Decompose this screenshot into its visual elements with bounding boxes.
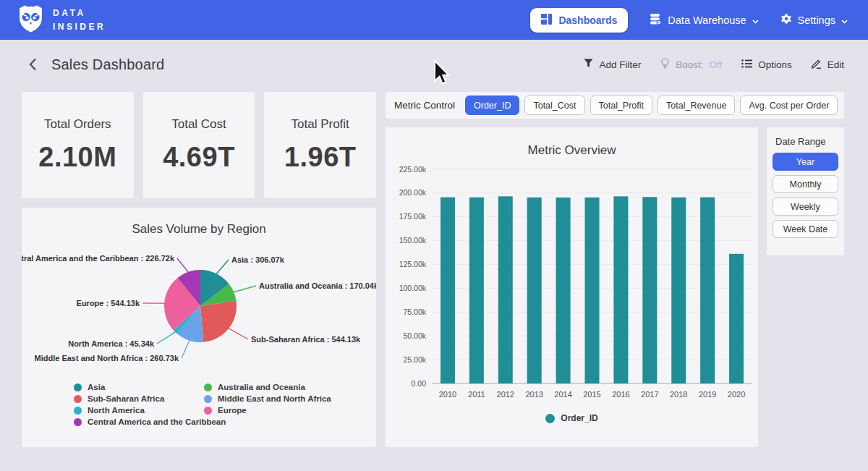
nav-dashboards-button[interactable]: Dashboards	[530, 8, 628, 33]
date-range-label: Date Range	[775, 136, 838, 147]
pie-legend-item[interactable]: Middle East and North Africa	[204, 394, 331, 403]
legend-dot-icon	[545, 414, 555, 423]
svg-text:75.00k: 75.00k	[403, 307, 426, 316]
pie-chart-legend: AsiaSub-Saharan AfricaNorth AmericaCentr…	[74, 383, 376, 426]
date-range-button[interactable]: Week Date	[773, 220, 838, 238]
kpi-card: Total Cost4.69T	[143, 92, 255, 198]
page-title: Sales Dashboard	[51, 56, 164, 73]
svg-text:200.00k: 200.00k	[399, 188, 427, 197]
top-navbar: DATA INSIDER Dashboards	[0, 0, 868, 40]
pie-slice-label: North America : 45.34k	[68, 339, 155, 348]
bar-chart-title: Metric Overview	[386, 127, 758, 158]
pie-legend-label: Sub-Saharan Africa	[88, 394, 164, 403]
date-range-button[interactable]: Year	[773, 153, 838, 171]
kpi-label: Total Profit	[292, 117, 349, 132]
pie-slice-label: Central America and the Caribbean : 226.…	[22, 254, 175, 263]
database-icon	[650, 13, 662, 27]
legend-dot-icon	[74, 418, 82, 426]
metric-option-button[interactable]: Total_Revenue	[658, 96, 735, 115]
pie-legend-item[interactable]: Europe	[204, 406, 331, 415]
back-button[interactable]	[24, 56, 41, 73]
navbar-menu: Dashboards Data Warehouse	[530, 8, 848, 33]
svg-text:2018: 2018	[670, 390, 687, 399]
metric-control-bar: Metric Control Order_IDTotal_CostTotal_P…	[386, 92, 844, 119]
kpi-value: 2.10M	[38, 142, 116, 173]
header-actions: Add Filter Boost: Off	[584, 58, 844, 71]
pie-chart-title: Sales Volume by Region	[22, 208, 376, 237]
legend-dot-icon	[74, 395, 82, 403]
metric-option-button[interactable]: Avg. Cost per Order	[740, 96, 838, 115]
legend-dot-icon	[204, 395, 212, 403]
kpi-label: Total Cost	[171, 117, 226, 132]
options-button[interactable]: Options	[741, 59, 792, 70]
add-filter-button[interactable]: Add Filter	[584, 59, 641, 70]
pie-chart[interactable]: Asia : 306.07kAustralia and Oceania : 17…	[22, 237, 376, 374]
pie-legend-item[interactable]: Asia	[74, 383, 204, 391]
boost-state: Off	[709, 59, 722, 70]
page-header: Sales Dashboard Add Filter Boost: Off	[0, 40, 868, 83]
legend-label[interactable]: Order_ID	[561, 413, 597, 423]
edit-button[interactable]: Edit	[812, 59, 844, 71]
pie-slice-label: Sub-Saharan Africa : 544.13k	[251, 335, 361, 344]
pie-slice-label: Asia : 306.07k	[231, 255, 285, 264]
pie-legend-item[interactable]: Central America and the Caribbean	[74, 417, 204, 426]
pie-slice-label: Europe : 544.13k	[77, 299, 140, 307]
chevron-down-icon	[841, 14, 848, 26]
pie-slice	[200, 301, 237, 342]
kpi-value: 4.69T	[163, 142, 235, 173]
owl-logo-icon	[18, 4, 43, 35]
pie-legend-item[interactable]: Sub-Saharan Africa	[74, 394, 204, 403]
bar-2014	[556, 198, 571, 383]
balloon-icon	[660, 58, 670, 71]
legend-dot-icon	[204, 383, 212, 391]
date-range-options: YearMonthlyWeeklyWeek Date	[773, 153, 838, 238]
nav-settings[interactable]: Settings	[780, 13, 848, 27]
svg-text:25.00k: 25.00k	[403, 355, 426, 364]
chevron-down-icon	[752, 14, 759, 26]
bar-2012	[498, 196, 513, 383]
app-screen: DATA INSIDER Dashboards	[0, 0, 868, 471]
nav-data-warehouse[interactable]: Data Warehouse	[650, 13, 758, 27]
legend-dot-icon	[74, 383, 82, 391]
brand-name: DATA INSIDER	[53, 7, 106, 33]
pie-legend-label: Europe	[218, 406, 247, 415]
dashboard-grid-icon	[541, 14, 552, 27]
pie-legend-item[interactable]: Australia and Oceania	[204, 383, 331, 391]
bar-2011	[469, 198, 484, 383]
pencil-icon	[812, 59, 822, 71]
pie-legend-item[interactable]: North America	[74, 406, 204, 415]
date-range-button[interactable]: Monthly	[773, 175, 838, 193]
date-range-button[interactable]: Weekly	[773, 198, 838, 216]
svg-text:225.00k: 225.00k	[399, 165, 427, 174]
svg-text:2019: 2019	[699, 390, 716, 399]
bar-2019	[700, 198, 715, 383]
boost-toggle[interactable]: Boost: Off	[660, 58, 722, 71]
svg-text:2013: 2013	[525, 390, 542, 399]
kpi-label: Total Orders	[44, 117, 111, 132]
svg-text:125.00k: 125.00k	[399, 260, 427, 268]
svg-text:2015: 2015	[583, 390, 600, 399]
svg-text:2010: 2010	[439, 390, 456, 399]
brand-logo[interactable]: DATA INSIDER	[18, 4, 106, 35]
metric-options: Order_IDTotal_CostTotal_ProfitTotal_Reve…	[465, 96, 838, 115]
svg-text:2012: 2012	[497, 390, 514, 399]
bar-chart[interactable]: 0.0025.00k50.00k75.00k100.00k125.00k150.…	[386, 158, 758, 407]
sales-volume-card: Sales Volume by Region Asia : 306.07kAus…	[22, 208, 376, 447]
bar-2010	[441, 198, 455, 383]
svg-text:0.00: 0.00	[412, 379, 427, 388]
kpi-value: 1.96T	[284, 142, 357, 173]
metric-option-button[interactable]: Order_ID	[465, 96, 519, 115]
pie-legend-label: North America	[88, 406, 145, 415]
bar-2015	[585, 198, 600, 383]
pie-slice-label: Middle East and North Africa : 260.73k	[35, 354, 179, 362]
kpi-card: Total Orders2.10M	[22, 92, 134, 198]
svg-text:175.00k: 175.00k	[399, 212, 427, 221]
metric-option-button[interactable]: Total_Profit	[590, 96, 653, 115]
bar-2016	[613, 196, 628, 383]
bar-2017	[642, 197, 657, 383]
metric-option-button[interactable]: Total_Cost	[524, 96, 584, 115]
kpi-row: Total Orders2.10MTotal Cost4.69TTotal Pr…	[22, 92, 376, 198]
legend-dot-icon	[74, 407, 82, 415]
svg-text:100.00k: 100.00k	[399, 284, 427, 292]
pie-slice-label: Australia and Oceania : 170.04k	[259, 281, 376, 290]
